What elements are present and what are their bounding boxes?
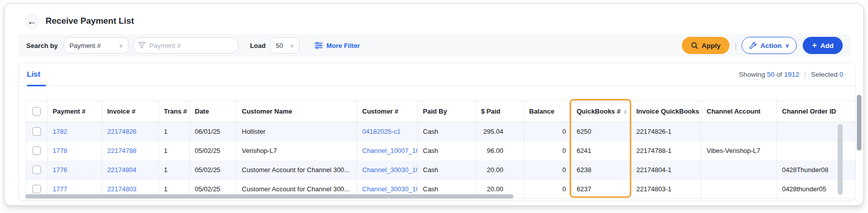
horizontal-scrollbar[interactable] <box>25 194 513 198</box>
col-quickbooks[interactable]: QuickBooks # ▲▼ <box>572 101 631 122</box>
tabs-row: List Showing 50 of 1912 | Selected 0 <box>19 63 855 86</box>
select-all-checkbox[interactable] <box>32 107 41 116</box>
col-invoice-quickbooks[interactable]: Invoice QuickBooks # <box>631 101 702 122</box>
load-select[interactable]: 50 ∨ <box>270 37 299 54</box>
invoice-quickbooks-cell: 22174826-1 <box>631 122 702 141</box>
row-checkbox[interactable] <box>32 166 41 174</box>
customer-name-cell: Hollister <box>237 122 357 141</box>
selected-label: Selected <box>811 71 838 78</box>
invoice-link[interactable]: 22174804 <box>102 161 159 180</box>
col-payment[interactable]: Payment # <box>48 101 102 122</box>
table-row: 1782 22174826 1 06/01/25 Hollister 04182… <box>26 122 856 141</box>
chevron-down-icon: ∨ <box>114 42 123 49</box>
invoice-link[interactable]: 22174788 <box>102 141 159 161</box>
action-button[interactable]: Action ∨ <box>742 37 797 54</box>
balance-cell: 0 <box>524 122 572 141</box>
channel-account-cell: Vibes-Verishop-L7 <box>702 141 777 161</box>
search-input[interactable] <box>133 37 239 54</box>
col-channel-order-id[interactable]: Channel Order ID <box>777 101 856 122</box>
filter-funnel-icon <box>138 41 146 49</box>
load-value: 50 <box>276 42 283 49</box>
payments-table: Payment # Invoice # Trans # Date Custome… <box>26 100 856 199</box>
chevron-down-icon: ∨ <box>785 42 789 49</box>
quickbooks-cell: 6241 <box>572 141 631 161</box>
search-field-value: Payment # <box>69 42 101 49</box>
table-vertical-scrollbar[interactable] <box>838 124 843 195</box>
customer-number-link[interactable]: Channel_10007_10 <box>357 141 418 161</box>
table-header-row: Payment # Invoice # Trans # Date Custome… <box>26 101 856 122</box>
col-paid[interactable]: $ Paid <box>476 101 524 122</box>
channel-order-id-cell <box>777 141 856 161</box>
col-quickbooks-label: QuickBooks # <box>577 108 621 115</box>
customer-number-link[interactable]: Channel_30030_10 <box>357 161 418 180</box>
more-filter-label: More Filter <box>326 42 360 49</box>
invoice-quickbooks-cell: 22174804-1 <box>631 161 702 180</box>
page-vertical-scrollbar[interactable] <box>857 95 861 150</box>
invoice-quickbooks-cell: 22174803-1 <box>631 180 702 199</box>
list-card: List Showing 50 of 1912 | Selected 0 <box>18 63 856 201</box>
col-channel-account[interactable]: Channel Account <box>702 101 777 122</box>
invoice-quickbooks-cell: 22174788-1 <box>631 141 702 161</box>
payment-link[interactable]: 1782 <box>48 122 102 141</box>
add-button[interactable]: + Add <box>803 37 843 54</box>
channel-account-cell <box>702 122 777 141</box>
trans-cell: 1 <box>159 161 190 180</box>
search-input-wrap <box>133 37 239 54</box>
plus-icon: + <box>812 41 816 50</box>
table-row: 1778 22174788 1 05/02/25 Verishop-L7 Cha… <box>26 141 856 161</box>
search-field-select[interactable]: Payment # ∨ <box>64 37 128 54</box>
sort-icon[interactable]: ▲▼ <box>624 109 627 114</box>
col-trans[interactable]: Trans # <box>159 101 190 122</box>
summary-divider: | <box>804 71 806 78</box>
payments-table-area: Payment # Invoice # Trans # Date Custome… <box>26 100 856 199</box>
page-title: Receive Payment List <box>46 16 134 26</box>
more-filter-button[interactable]: More Filter <box>315 42 360 49</box>
paid-cell: 20.00 <box>476 161 524 180</box>
table-row: 1776 22174804 1 05/02/25 Customer Accoun… <box>26 161 856 180</box>
action-label: Action <box>760 42 782 49</box>
back-button[interactable]: ← <box>24 14 39 29</box>
search-by-label: Search by <box>26 42 58 49</box>
tab-list[interactable]: List <box>27 70 40 78</box>
customer-number-link[interactable]: 04182025-c1 <box>357 122 418 141</box>
showing-label: Showing <box>739 71 765 78</box>
back-arrow-icon: ← <box>27 16 37 27</box>
search-icon <box>691 42 698 49</box>
apply-button[interactable]: Apply <box>682 37 730 54</box>
col-customer-number[interactable]: Customer # <box>357 101 418 122</box>
col-customer-name[interactable]: Customer Name <box>237 101 357 122</box>
add-label: Add <box>820 42 834 49</box>
of-label: of <box>776 71 782 78</box>
payment-link[interactable]: 1776 <box>48 161 102 180</box>
quickbooks-cell: 6238 <box>572 161 631 180</box>
total-count[interactable]: 1912 <box>784 71 799 78</box>
channel-account-cell <box>702 180 777 199</box>
shown-count[interactable]: 50 <box>767 71 774 78</box>
channel-account-cell <box>702 161 777 180</box>
quickbooks-cell: 6237 <box>572 180 631 199</box>
row-checkbox[interactable] <box>32 127 41 136</box>
row-checkbox[interactable] <box>32 185 41 193</box>
chevron-down-icon: ∨ <box>288 42 294 49</box>
filter-bar: Search by Payment # ∨ Load 50 ∨ <box>18 34 851 57</box>
invoice-link[interactable]: 22174826 <box>102 122 159 141</box>
selected-count: 0 <box>839 71 843 78</box>
col-balance[interactable]: Balance <box>524 101 572 122</box>
col-paid-by[interactable]: Paid By <box>418 101 476 122</box>
paid-by-cell: Cash <box>418 122 476 141</box>
sliders-icon <box>315 42 323 49</box>
receive-payment-list-screen: ← Receive Payment List Search by Payment… <box>0 0 868 213</box>
tab-active-underline <box>27 85 46 86</box>
col-invoice[interactable]: Invoice # <box>102 101 159 122</box>
button-divider: | <box>734 41 736 50</box>
col-date[interactable]: Date <box>190 101 237 122</box>
date-cell: 05/02/25 <box>190 161 237 180</box>
paid-by-cell: Cash <box>418 141 476 161</box>
trans-cell: 1 <box>159 122 190 141</box>
row-checkbox[interactable] <box>32 146 41 155</box>
balance-cell: 0 <box>524 180 572 199</box>
trans-cell: 1 <box>159 141 190 161</box>
date-cell: 06/01/25 <box>190 122 237 141</box>
payment-link[interactable]: 1778 <box>48 141 102 161</box>
balance-cell: 0 <box>524 141 572 161</box>
